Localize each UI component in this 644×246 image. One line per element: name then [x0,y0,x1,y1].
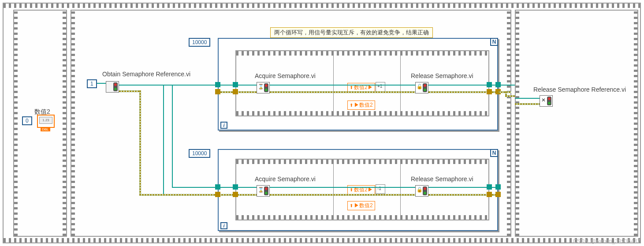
frame-cleanup [515,10,638,237]
loop2-ref-out-tunnel [487,184,492,190]
loop1-N-terminal: N [490,38,498,46]
semaphore-icon [264,186,268,195]
watermark: CSDN @weixin_39936437 [573,238,640,244]
loop2-div2 [400,163,401,216]
loop1-div1 [333,55,334,112]
loop1-ref-out-tunnel [487,82,492,87]
loop2-decrement-node[interactable]: -1 [376,184,385,194]
loop2-acquire-label: Acquire Semaphore.vi [255,175,316,183]
loop2-write-local[interactable]: ▶数值2 [347,201,375,210]
obtain-semaphore-label: Obtain Semaphore Reference.vi [102,71,190,78]
semaphore-size-constant: 1 [87,79,97,88]
release-ref-label: Release Semaphore Reference.vi [533,86,626,93]
semaphore-icon [547,97,551,105]
loop2-err-in-tunnel2 [233,192,238,197]
loop2-N-terminal: N [490,149,498,157]
loop2-err-in-tunnel [215,192,220,197]
wire-l1-err-mid [270,91,415,93]
wire-l2-err-mid [270,194,415,196]
loop2-ref-out-tunnel2 [495,184,501,190]
loop1-acquire-node[interactable]: ⌛ [257,82,270,93]
loop1-ref-in-tunnel2 [233,82,238,87]
loop1-err-in-tunnel [215,89,220,94]
semaphore-icon [423,83,427,92]
loop2-err-out-tunnel2 [495,192,501,197]
semaphore-icon [113,82,118,91]
wire-ref-branch-h [172,187,257,188]
numeric-indicator-icon: DBL [37,115,55,128]
wire-ref-h1 [119,85,219,86]
wire-err-merge [498,91,511,93]
semaphore-icon [264,83,268,92]
loop1-acquire-label: Acquire Semaphore.vi [255,72,316,79]
semaphore-icon [423,186,427,195]
loop1-release-label: Release Semaphore.vi [411,72,473,79]
wire-err-h1 [119,90,141,92]
wire-err-branch-h [139,194,257,196]
loop1-err-in-tunnel2 [233,89,238,94]
loop2-i-terminal: i [220,222,227,229]
wire-l1-ref-mid [270,85,415,86]
loop2-err-out-tunnel [487,192,492,197]
loop2-count-constant: 10000 [189,149,210,158]
loop2-ref-in-tunnel2 [233,184,238,190]
wire-err-v1 [139,90,141,195]
wire-err-to-release [515,103,540,105]
dbl-type-tag: DBL [41,127,50,131]
loop1-div2 [400,55,401,112]
loop2-acquire-node[interactable]: ⌛ [257,185,270,197]
init-constant: 0 [22,116,32,125]
obtain-semaphore-node[interactable] [106,81,119,93]
loop1-i-terminal: i [220,122,227,129]
loop1-count-constant: 10000 [189,38,210,47]
wire-l2-ref-mid [270,187,415,188]
loop2-release-node[interactable]: 🔓 [415,185,428,197]
wire-ref-to-release [515,98,540,99]
loop1-increment-node[interactable]: +1 [376,82,385,92]
loop2-div1 [333,163,334,216]
loop1-err-out-tunnel [487,89,492,94]
wire-ref-branch-v [172,85,173,187]
loop1-write-local[interactable]: ▶数值2 [347,101,375,110]
comment-banner: 两个循环写，用信号量实现互斥，有效的避免竞争，结果正确 [270,27,433,38]
loop2-ref-in-tunnel [215,184,220,190]
wire-size [97,83,106,84]
loop1-ref-in-tunnel [215,82,220,87]
loop2-release-label: Release Semaphore.vi [411,175,473,183]
loop1-release-node[interactable]: 🔓 [415,82,428,93]
release-semaphore-ref-node[interactable]: ✕ [540,95,553,107]
wire-ref-branch-v2 [163,85,164,194]
